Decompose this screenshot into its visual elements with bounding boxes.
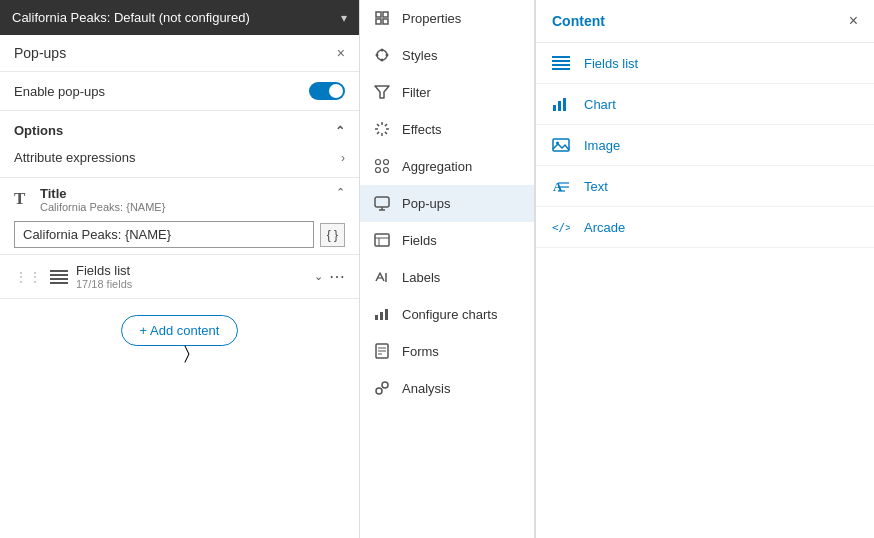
- options-chevron-icon[interactable]: ⌃: [335, 124, 345, 138]
- popups-nav-label: Pop-ups: [402, 196, 450, 211]
- svg-rect-35: [375, 315, 378, 320]
- content-item-image[interactable]: Image: [536, 125, 874, 166]
- svg-rect-1: [50, 270, 68, 272]
- image-content-label: Image: [584, 138, 620, 153]
- title-text-block: Title California Peaks: {NAME}: [40, 186, 165, 213]
- styles-icon: [374, 47, 392, 63]
- sidebar-item-properties[interactable]: Properties: [360, 0, 534, 37]
- svg-rect-6: [383, 12, 388, 17]
- layer-header[interactable]: California Peaks: Default (not configure…: [0, 0, 359, 35]
- fields-list-actions: ⌄ ⋯: [314, 267, 345, 286]
- content-item-text[interactable]: A Text: [536, 166, 874, 207]
- cursor-hand-icon: 〉: [184, 343, 190, 364]
- options-label: Options: [14, 123, 63, 138]
- svg-line-44: [382, 388, 383, 389]
- header-chevron-icon[interactable]: ▾: [341, 11, 347, 25]
- popups-close-icon[interactable]: ×: [337, 45, 345, 61]
- curly-bracket-button[interactable]: { }: [320, 223, 345, 247]
- options-header: Options ⌃: [14, 119, 345, 142]
- app-container: California Peaks: Default (not configure…: [0, 0, 874, 538]
- svg-rect-52: [553, 139, 569, 151]
- svg-rect-49: [553, 105, 556, 111]
- sidebar-item-popups[interactable]: Pop-ups: [360, 185, 534, 222]
- content-item-chart[interactable]: Chart: [536, 84, 874, 125]
- svg-rect-36: [380, 312, 383, 320]
- forms-icon: [374, 343, 392, 359]
- layer-title: California Peaks: Default (not configure…: [12, 10, 250, 25]
- fields-nav-icon: [374, 232, 392, 248]
- fields-list-ellipsis-icon[interactable]: ⋯: [329, 267, 345, 286]
- chart-content-label: Chart: [584, 97, 616, 112]
- enable-popups-toggle[interactable]: [309, 82, 345, 100]
- svg-point-26: [384, 168, 389, 173]
- svg-point-13: [376, 54, 379, 57]
- svg-line-19: [377, 124, 379, 126]
- properties-label: Properties: [402, 11, 461, 26]
- title-row: T Title California Peaks: {NAME} ⌃: [14, 186, 345, 213]
- content-close-icon[interactable]: ×: [849, 12, 858, 30]
- sidebar-item-analysis[interactable]: Analysis: [360, 370, 534, 407]
- svg-point-10: [381, 49, 384, 52]
- enable-popups-label: Enable pop-ups: [14, 84, 105, 99]
- content-item-arcade[interactable]: </> Arcade: [536, 207, 874, 248]
- text-content-label: Text: [584, 179, 608, 194]
- popups-section-header: Pop-ups ×: [0, 35, 359, 72]
- filter-label: Filter: [402, 85, 431, 100]
- configure-charts-label: Configure charts: [402, 307, 497, 322]
- svg-rect-51: [563, 98, 566, 111]
- add-content-button[interactable]: + Add content: [121, 315, 239, 346]
- title-input-row: { }: [14, 221, 345, 248]
- svg-rect-47: [552, 64, 570, 66]
- title-label: Title: [40, 186, 165, 201]
- add-content-row: + Add content 〉: [0, 299, 359, 362]
- title-t-icon: T: [14, 188, 32, 208]
- svg-rect-5: [376, 12, 381, 17]
- attr-expressions-label: Attribute expressions: [14, 150, 135, 165]
- fields-nav-label: Fields: [402, 233, 437, 248]
- aggregation-icon: [374, 158, 392, 174]
- svg-rect-3: [50, 278, 68, 280]
- chart-content-icon: [552, 96, 572, 112]
- sidebar-item-forms[interactable]: Forms: [360, 333, 534, 370]
- svg-point-24: [384, 160, 389, 165]
- sidebar-item-aggregation[interactable]: Aggregation: [360, 148, 534, 185]
- popups-nav-icon: [374, 195, 392, 211]
- svg-line-21: [385, 124, 387, 126]
- analysis-icon: [374, 380, 392, 396]
- svg-point-42: [376, 388, 382, 394]
- arcade-content-label: Arcade: [584, 220, 625, 235]
- analysis-label: Analysis: [402, 381, 450, 396]
- attr-expressions-chevron-icon: ›: [341, 151, 345, 165]
- fields-list-label: Fields list: [76, 263, 306, 278]
- svg-rect-4: [50, 282, 68, 284]
- sidebar-item-configure-charts[interactable]: Configure charts: [360, 296, 534, 333]
- content-item-fields-list[interactable]: Fields list: [536, 43, 874, 84]
- aggregation-label: Aggregation: [402, 159, 472, 174]
- attr-expressions-row[interactable]: Attribute expressions ›: [14, 142, 345, 169]
- fields-list-section: ⋮⋮ Fields list 17/18 fields ⌄ ⋯: [0, 255, 359, 299]
- content-panel-title: Content: [552, 13, 605, 29]
- left-panel: California Peaks: Default (not configure…: [0, 0, 360, 538]
- svg-text:T: T: [14, 189, 26, 208]
- arcade-content-icon: </>: [552, 219, 572, 235]
- image-content-icon: [552, 137, 572, 153]
- fields-list-info: Fields list 17/18 fields: [76, 263, 306, 290]
- title-input[interactable]: [14, 221, 314, 248]
- filter-icon: [374, 84, 392, 100]
- svg-point-43: [382, 382, 388, 388]
- svg-point-12: [381, 59, 384, 62]
- svg-point-11: [386, 54, 389, 57]
- sidebar-item-effects[interactable]: Effects: [360, 111, 534, 148]
- sidebar-item-labels[interactable]: Labels: [360, 259, 534, 296]
- title-chevron-icon[interactable]: ⌃: [336, 186, 345, 199]
- effects-icon: [374, 121, 392, 137]
- sidebar-item-filter[interactable]: Filter: [360, 74, 534, 111]
- styles-label: Styles: [402, 48, 437, 63]
- sidebar-item-styles[interactable]: Styles: [360, 37, 534, 74]
- fields-list-chevron-icon[interactable]: ⌄: [314, 270, 323, 283]
- sidebar-item-fields[interactable]: Fields: [360, 222, 534, 259]
- drag-handle-icon[interactable]: ⋮⋮: [14, 269, 42, 285]
- forms-label: Forms: [402, 344, 439, 359]
- svg-line-20: [385, 132, 387, 134]
- fields-list-content-icon: [552, 55, 572, 71]
